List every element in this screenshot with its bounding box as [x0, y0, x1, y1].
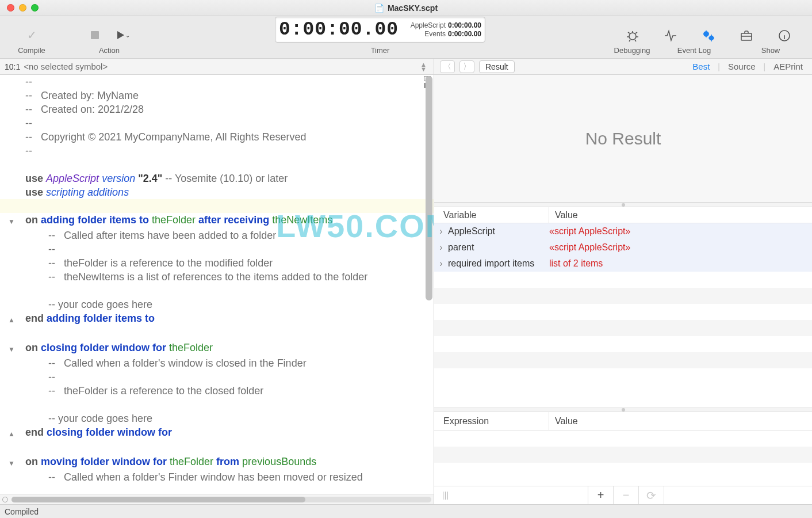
timer-subtimes: AppleScript0:00:00.00 Events0:00:00.00	[404, 21, 481, 39]
view-tab-aeprint[interactable]: AEPrint	[770, 62, 806, 71]
result-nav: 〈 〉 Result Best | Source | AEPrint	[434, 59, 812, 74]
refresh-expression-button[interactable]: ⟳	[639, 486, 664, 504]
stop-button[interactable]	[87, 28, 103, 43]
debugging-button[interactable]	[625, 29, 640, 43]
table-row	[434, 431, 812, 447]
show-gears-button[interactable]	[701, 29, 716, 43]
expressions-header-value[interactable]: Value	[549, 412, 812, 430]
main: LW50.COM -- -- Created by: MyName -- Cre…	[0, 75, 812, 504]
compile-label: Compile	[18, 46, 45, 55]
fold-toggle[interactable]: ▲	[8, 430, 15, 438]
splitter-handle[interactable]	[434, 407, 812, 412]
selected-symbol: <no selected symbol>	[24, 62, 417, 71]
variables-header-value[interactable]: Value	[549, 207, 812, 223]
vertical-scrollbar[interactable]	[426, 76, 432, 300]
eventlog-label: Event Log	[674, 46, 714, 55]
event-log-button[interactable]	[663, 29, 678, 43]
symbol-selector[interactable]: 10:1 <no selected symbol> ▲▼	[0, 59, 434, 74]
status-bar: Compiled	[0, 504, 812, 518]
table-row	[434, 368, 812, 384]
expand-toggle[interactable]: ›	[434, 226, 448, 237]
svg-point-0	[629, 33, 636, 40]
fold-toggle[interactable]: ▼	[8, 218, 15, 226]
horizontal-scrollbar-row	[0, 494, 434, 504]
table-row	[434, 336, 812, 352]
no-result-placeholder: No Result	[434, 75, 812, 203]
toolbar-compile-group: ✓ Compile	[0, 16, 63, 58]
variable-row[interactable]: › parent «script AppleScript»	[434, 239, 812, 256]
expressions-panel: Expression Value ⫼ + − ⟳	[434, 412, 812, 504]
close-button[interactable]	[7, 4, 14, 12]
expand-toggle[interactable]: ›	[434, 242, 448, 253]
splitter-handle[interactable]	[434, 203, 812, 207]
variables-panel: Variable Value › AppleScript «script App…	[434, 207, 812, 407]
code-pane: LW50.COM -- -- Created by: MyName -- Cre…	[0, 75, 434, 504]
show-info-button[interactable]	[777, 29, 792, 43]
expressions-toolbar: ⫼ + − ⟳	[434, 486, 812, 504]
table-row	[434, 447, 812, 463]
fold-toggle[interactable]: ▼	[8, 345, 15, 353]
toolbar: ✓ Compile ⌄ Action 0:00:00.00 AppleScrip…	[0, 16, 812, 59]
gears-icon	[701, 29, 716, 43]
pulse-icon	[663, 29, 678, 43]
minimize-button[interactable]	[19, 4, 26, 12]
split-handle-icon[interactable]	[2, 497, 8, 502]
timer-label: Timer	[371, 46, 390, 55]
table-row	[434, 463, 812, 479]
cursor-position: 10:1	[5, 62, 20, 71]
fold-toggle[interactable]: ▲	[8, 316, 15, 324]
show-label: Show	[736, 46, 805, 55]
compile-button[interactable]: ✓	[24, 28, 40, 43]
variable-row[interactable]: › AppleScript «script AppleScript»	[434, 223, 812, 239]
nav-back-button[interactable]: 〈	[440, 60, 455, 73]
variables-header: Variable Value	[434, 207, 812, 223]
expressions-rows	[434, 431, 812, 486]
table-row	[434, 320, 812, 336]
timer-lcd: 0:00:00.00	[279, 19, 399, 40]
show-toolbox-button[interactable]	[739, 29, 754, 43]
code-editor[interactable]: LW50.COM -- -- Created by: MyName -- Cre…	[0, 75, 434, 494]
toolbar-right-group: Debugging Event Log Show	[605, 16, 812, 58]
variable-row[interactable]: › required import items list of 2 items	[434, 256, 812, 272]
fullscreen-button[interactable]	[31, 4, 39, 12]
expressions-header: Expression Value	[434, 412, 812, 431]
table-row	[434, 352, 812, 368]
window-controls	[0, 4, 39, 12]
table-row	[434, 288, 812, 304]
result-pane: No Result Variable Value › AppleScript «…	[434, 75, 812, 504]
stop-icon	[91, 31, 99, 39]
document-icon: 📄	[374, 3, 384, 13]
briefcase-icon	[739, 29, 754, 43]
expand-toggle[interactable]: ›	[434, 258, 448, 269]
table-row	[434, 272, 812, 288]
window-titlebar: 📄 MacSKY.scpt	[0, 0, 812, 16]
expressions-header-expression[interactable]: Expression	[434, 412, 549, 430]
result-button[interactable]: Result	[479, 60, 515, 73]
run-button[interactable]: ⌄	[116, 28, 132, 43]
columns-icon[interactable]: ⫼	[434, 486, 588, 504]
horizontal-scrollbar[interactable]	[12, 497, 431, 502]
view-tab-source[interactable]: Source	[725, 62, 759, 71]
fold-toggle[interactable]: ▼	[8, 459, 15, 467]
remove-expression-button[interactable]: −	[614, 486, 639, 504]
action-label: Action	[99, 46, 120, 55]
table-row	[434, 304, 812, 320]
nav-forward-button[interactable]: 〉	[459, 60, 474, 73]
view-tab-best[interactable]: Best	[689, 62, 713, 71]
add-expression-button[interactable]: +	[588, 486, 614, 504]
bug-icon	[625, 29, 640, 43]
toolbar-timer-group: 0:00:00.00 AppleScript0:00:00.00 Events0…	[155, 16, 605, 58]
svg-point-1	[704, 32, 708, 36]
toolbar-action-group: ⌄ Action	[63, 16, 155, 58]
variables-header-variable[interactable]: Variable	[434, 207, 549, 223]
pathbar: 10:1 <no selected symbol> ▲▼ 〈 〉 Result …	[0, 59, 812, 75]
svg-rect-3	[741, 33, 752, 40]
chevron-down-icon: ⌄	[125, 32, 130, 39]
window-title-text: MacSKY.scpt	[388, 3, 438, 13]
timer-display: 0:00:00.00 AppleScript0:00:00.00 Events0…	[275, 17, 485, 43]
play-icon	[117, 31, 124, 39]
debugging-label: Debugging	[612, 46, 652, 55]
window-title: 📄 MacSKY.scpt	[374, 3, 438, 13]
check-icon: ✓	[27, 28, 37, 42]
status-text: Compiled	[5, 507, 39, 516]
